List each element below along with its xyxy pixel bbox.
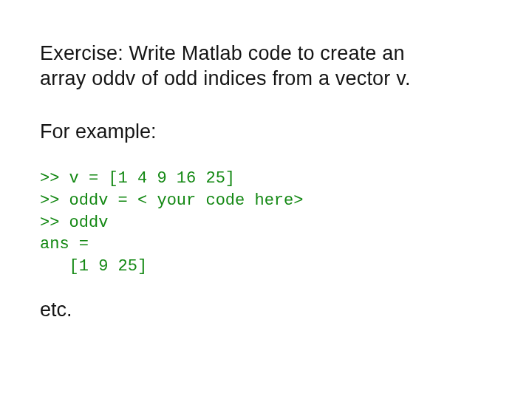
etc-label: etc.: [40, 299, 502, 321]
code-line: >> oddv: [40, 214, 108, 232]
exercise-title: Exercise: Write Matlab code to create an…: [40, 41, 454, 92]
code-block: >> v = [1 4 9 16 25] >> oddv = < your co…: [40, 168, 502, 277]
slide: Exercise: Write Matlab code to create an…: [0, 0, 532, 399]
example-label: For example:: [40, 120, 502, 145]
code-line: >> oddv = < your code here>: [40, 191, 303, 210]
code-line: [1 9 25]: [40, 257, 147, 276]
code-line: ans =: [40, 235, 89, 253]
code-line: >> v = [1 4 9 16 25]: [40, 169, 235, 188]
